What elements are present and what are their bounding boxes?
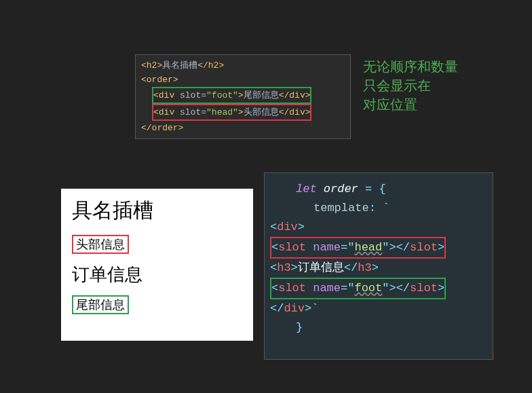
text-node: 头部信息: [244, 107, 279, 117]
highlight-red: <slot name="head"></slot>: [270, 237, 446, 259]
preview-foot-slot: 尾部信息: [72, 295, 129, 314]
code-line: </order>: [141, 121, 345, 135]
preview-title: 具名插槽: [72, 197, 242, 225]
code-line: <div slot="head">头部信息</div>: [141, 104, 345, 121]
text-node: 具名插槽: [162, 60, 197, 71]
attr: name: [313, 241, 341, 254]
equals: =: [201, 107, 206, 117]
tag: >: [238, 90, 244, 100]
code-line: <order>: [141, 73, 345, 87]
tag: </div>: [279, 107, 311, 117]
code-line: <h2>具名插槽</h2>: [141, 58, 345, 73]
attr: slot: [180, 107, 201, 117]
attr-value: foot: [354, 282, 382, 295]
text-node: 订单信息: [298, 261, 344, 274]
text-node: 尾部信息: [244, 90, 279, 100]
tag: <div: [153, 90, 180, 100]
component-code-block: let order = { template: ` <div> <slot na…: [264, 172, 493, 360]
tag: div: [277, 221, 298, 233]
operator: = {: [365, 183, 386, 195]
annotation-line: 无论顺序和数量: [363, 57, 458, 76]
usage-code-block: <h2>具名插槽</h2> <order> <div slot="foot">尾…: [135, 54, 351, 139]
code-line: <slot name="head"></slot>: [270, 237, 487, 259]
tag: </h2>: [197, 60, 224, 71]
code-line: <slot name="foot"></slot>: [270, 278, 487, 299]
tag: </order>: [141, 123, 183, 133]
code-line: <div slot="foot">尾部信息</div>: [141, 87, 345, 104]
tag: <div: [153, 107, 180, 117]
tag: </div>: [279, 90, 311, 100]
code-line: <h3>订单信息</h3>: [270, 259, 487, 278]
attr: slot: [180, 90, 201, 100]
tag: <h2>: [141, 60, 162, 71]
preview-head-slot: 头部信息: [72, 235, 129, 254]
preview-body: 订单信息: [72, 263, 242, 286]
operator: : `: [369, 202, 390, 214]
attr-value: head: [354, 241, 382, 254]
code-line: template: `: [270, 199, 487, 218]
annotation-line: 只会显示在: [363, 76, 458, 95]
highlight-red: <div slot="head">头部信息</div>: [152, 104, 311, 121]
attr: name: [313, 282, 341, 295]
equals: =: [201, 90, 206, 100]
tag: <order>: [141, 75, 178, 85]
identifier: order: [324, 183, 365, 195]
property: template: [314, 202, 369, 214]
code-line: }: [270, 318, 487, 337]
annotation-line: 对应位置: [363, 95, 458, 114]
attr-value: "head": [206, 107, 238, 117]
code-line: let order = {: [270, 180, 487, 199]
highlight-green: <div slot="foot">尾部信息</div>: [152, 87, 311, 104]
backtick: `: [311, 302, 318, 315]
code-line: </div>`: [270, 299, 487, 318]
code-line: <div>: [270, 218, 487, 237]
render-preview: 具名插槽 头部信息 订单信息 尾部信息: [61, 189, 253, 341]
tag: >: [238, 107, 244, 117]
annotation-text: 无论顺序和数量 只会显示在 对应位置: [363, 57, 458, 114]
brace: }: [296, 321, 303, 334]
attr-value: "foot": [206, 90, 238, 100]
keyword: let: [296, 183, 324, 195]
highlight-green: <slot name="foot"></slot>: [270, 278, 446, 299]
